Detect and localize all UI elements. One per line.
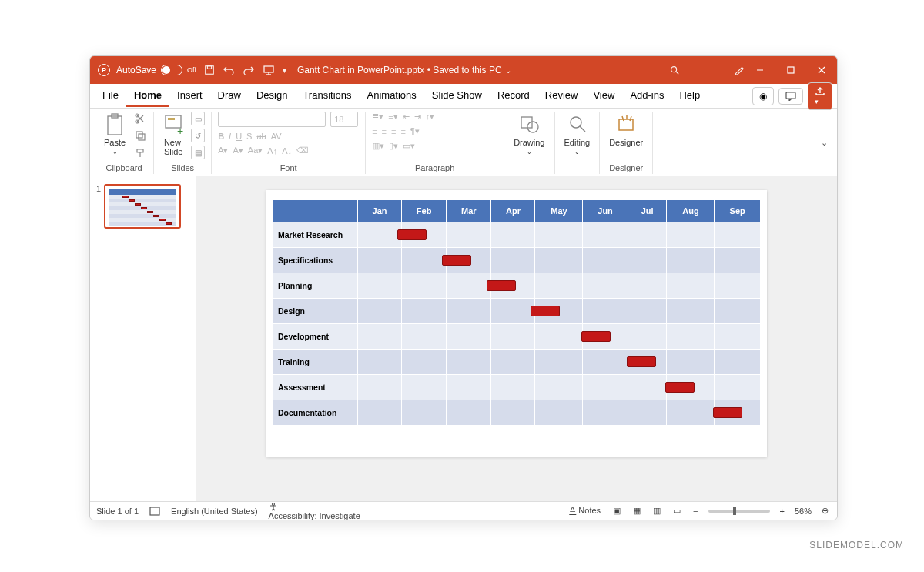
gantt-cell[interactable] <box>402 299 447 324</box>
gantt-cell[interactable] <box>715 350 761 375</box>
gantt-cell[interactable] <box>535 273 583 299</box>
slide-thumbnail-1[interactable] <box>104 184 181 229</box>
gantt-cell[interactable] <box>447 248 491 273</box>
record-pill[interactable]: ◉ <box>752 87 774 105</box>
gantt-cell[interactable] <box>715 299 761 324</box>
tab-view[interactable]: View <box>585 85 622 107</box>
strike-button[interactable]: ab <box>256 132 266 141</box>
slideshow-view-icon[interactable]: ▭ <box>671 506 683 516</box>
tab-file[interactable]: File <box>95 85 126 107</box>
smartart-icon[interactable]: ▭▾ <box>403 141 415 151</box>
gantt-cell[interactable] <box>358 299 402 324</box>
tab-slide-show[interactable]: Slide Show <box>424 85 490 107</box>
chevron-down-icon[interactable]: ⌄ <box>505 66 511 75</box>
gantt-cell[interactable] <box>535 400 583 426</box>
underline-button[interactable]: U <box>236 132 242 141</box>
gantt-row[interactable]: Development <box>273 324 761 350</box>
collapse-ribbon-icon[interactable]: ⌄ <box>816 133 832 152</box>
bullets-icon[interactable]: ≣▾ <box>372 112 383 122</box>
gantt-cell[interactable] <box>447 222 491 248</box>
gantt-cell[interactable] <box>402 324 447 350</box>
tab-design[interactable]: Design <box>249 85 295 107</box>
gantt-cell[interactable] <box>715 375 761 400</box>
gantt-cell[interactable] <box>583 299 628 324</box>
minimize-button[interactable] <box>745 56 775 84</box>
tab-review[interactable]: Review <box>537 85 586 107</box>
gantt-cell[interactable] <box>667 222 715 248</box>
columns-icon[interactable]: ▥▾ <box>372 141 384 151</box>
zoom-out-button[interactable]: − <box>691 507 700 516</box>
tab-add-ins[interactable]: Add-ins <box>622 85 671 107</box>
highlight-button[interactable]: A▾ <box>233 146 243 156</box>
notes-button[interactable]: ≙ Notes <box>567 506 603 516</box>
gantt-cell[interactable] <box>447 299 491 324</box>
align-left-icon[interactable]: ≡ <box>372 127 377 136</box>
sorter-view-icon[interactable]: ▦ <box>631 506 643 516</box>
shrink-font-button[interactable]: A↓ <box>282 146 292 156</box>
gantt-cell[interactable] <box>491 375 535 400</box>
gantt-cell[interactable] <box>535 299 583 324</box>
tab-home[interactable]: Home <box>126 85 169 107</box>
gantt-row[interactable]: Market Research <box>273 222 761 248</box>
slide-canvas[interactable]: JanFebMarAprMayJunJulAugSep Market Resea… <box>196 176 837 501</box>
drawing-button[interactable]: Drawing⌄ <box>511 112 547 157</box>
layout-icon[interactable]: ▭ <box>191 112 205 125</box>
pen-icon[interactable] <box>734 65 745 75</box>
gantt-cell[interactable] <box>628 324 667 350</box>
gantt-row[interactable]: Documentation <box>273 400 761 426</box>
gantt-cell[interactable] <box>402 273 447 299</box>
gantt-cell[interactable] <box>715 248 761 273</box>
gantt-cell[interactable] <box>491 248 535 273</box>
gantt-cell[interactable] <box>628 222 667 248</box>
document-title[interactable]: Gantt Chart in PowerPoint.pptx • Saved t… <box>297 65 502 75</box>
gantt-cell[interactable] <box>583 248 628 273</box>
justify-icon[interactable]: ≡ <box>400 127 405 136</box>
gantt-cell[interactable] <box>715 222 761 248</box>
zoom-level[interactable]: 56% <box>795 507 812 516</box>
gantt-cell[interactable] <box>358 350 402 375</box>
tab-help[interactable]: Help <box>671 85 708 107</box>
maximize-button[interactable] <box>775 56 806 84</box>
align-right-icon[interactable]: ≡ <box>391 127 396 136</box>
tab-insert[interactable]: Insert <box>169 85 210 107</box>
gantt-cell[interactable] <box>447 375 491 400</box>
language-status[interactable]: English (United States) <box>171 507 258 516</box>
clear-format-button[interactable]: ⌫ <box>296 146 309 156</box>
reading-view-icon[interactable]: ▥ <box>651 506 663 516</box>
gantt-row[interactable]: Specifications <box>273 248 761 273</box>
gantt-bar[interactable] <box>531 306 560 316</box>
accessibility-status[interactable]: Accessibility: Investigate <box>269 502 360 520</box>
cut-icon[interactable] <box>133 112 147 125</box>
gantt-bar[interactable] <box>397 229 427 240</box>
gantt-cell[interactable] <box>358 375 402 400</box>
gantt-cell[interactable] <box>535 324 583 350</box>
gantt-cell[interactable] <box>628 400 667 426</box>
gantt-cell[interactable] <box>491 222 535 248</box>
present-icon[interactable] <box>263 65 275 75</box>
share-button[interactable]: ▾ <box>808 82 832 110</box>
search-icon[interactable] <box>669 65 680 75</box>
gantt-cell[interactable] <box>628 273 667 299</box>
gantt-cell[interactable] <box>715 273 761 299</box>
gantt-cell[interactable] <box>491 273 535 299</box>
save-icon[interactable] <box>204 65 215 75</box>
font-name-input[interactable] <box>218 112 326 127</box>
gantt-cell[interactable] <box>715 324 761 350</box>
gantt-cell[interactable] <box>715 400 761 426</box>
designer-button[interactable]: Designer <box>606 112 646 149</box>
fit-window-icon[interactable]: ⊕ <box>819 506 831 516</box>
comment-pill[interactable] <box>778 88 803 105</box>
gantt-cell[interactable] <box>447 273 491 299</box>
gantt-cell[interactable] <box>491 324 535 350</box>
gantt-cell[interactable] <box>447 350 491 375</box>
align-center-icon[interactable]: ≡ <box>382 127 387 136</box>
slide-counter[interactable]: Slide 1 of 1 <box>96 507 139 516</box>
gantt-cell[interactable] <box>402 248 447 273</box>
text-direction-icon[interactable]: ¶▾ <box>410 126 420 136</box>
numbering-icon[interactable]: ≡▾ <box>388 112 397 122</box>
gantt-cell[interactable] <box>583 375 628 400</box>
tab-draw[interactable]: Draw <box>210 85 249 107</box>
new-slide-button[interactable]: + New Slide <box>160 112 186 158</box>
autosave-toggle[interactable]: AutoSave Off <box>116 65 196 75</box>
line-spacing-icon[interactable]: ↕▾ <box>426 112 435 122</box>
